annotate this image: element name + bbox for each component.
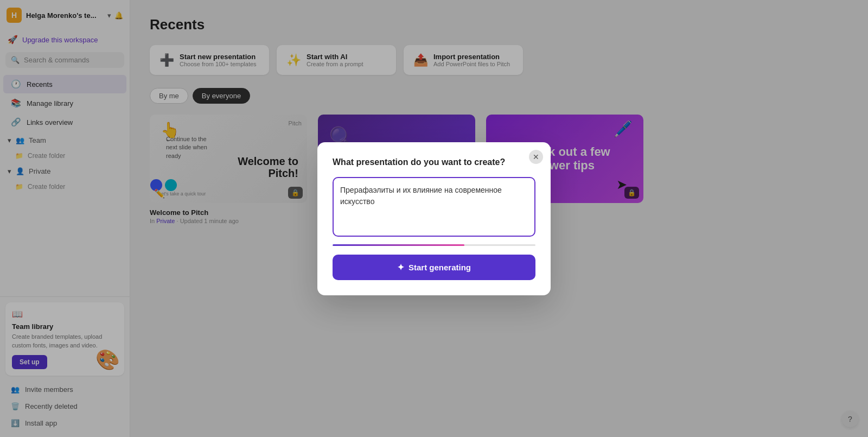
modal-overlay: What presentation do you want to create?… <box>0 0 868 437</box>
progress-bar-fill <box>333 244 464 246</box>
progress-bar-container <box>333 244 535 246</box>
modal-close-button[interactable]: ✕ <box>529 150 543 164</box>
create-presentation-modal: What presentation do you want to create?… <box>317 142 551 295</box>
modal-title: What presentation do you want to create? <box>333 157 535 167</box>
presentation-prompt-input[interactable]: Прерафаэлиты и их влияние на современное… <box>333 177 535 237</box>
start-generating-button[interactable]: ✦ Start generating <box>333 255 535 280</box>
sparkle-icon: ✦ <box>397 262 404 273</box>
